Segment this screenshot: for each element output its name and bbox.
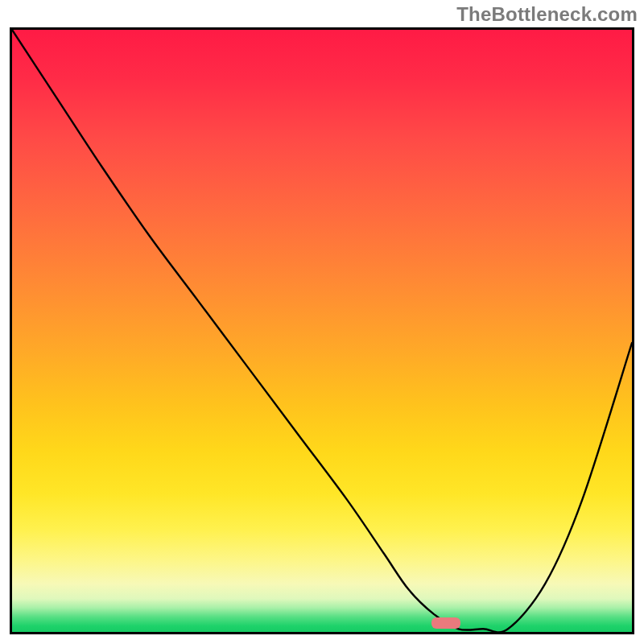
bottleneck-curve-svg (12, 30, 632, 632)
bottleneck-plot-frame (10, 27, 634, 634)
bottleneck-curve-path (12, 30, 632, 632)
watermark-text: TheBottleneck.com (456, 3, 638, 26)
bottleneck-marker (431, 617, 460, 629)
